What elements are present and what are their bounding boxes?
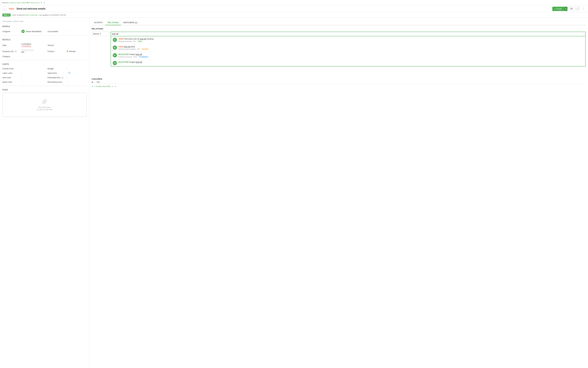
scroll-indicator	[583, 32, 585, 36]
description-placeholder[interactable]: Description: Click to edit...	[2, 20, 87, 22]
result-content: MILESTONE Project kick-off	[118, 61, 584, 63]
tab-activity[interactable]: ACTIVITY	[92, 20, 105, 25]
tab-watchers[interactable]: WATCHERS (1)	[121, 20, 140, 25]
result-avatar: BL	[113, 46, 117, 50]
overall-costs-label: Overall costs	[2, 67, 20, 70]
date-label: Date	[2, 44, 20, 46]
back-button[interactable]: ←	[2, 7, 7, 11]
status-badge: New	[137, 40, 143, 42]
unit-costs-label: Unit costs	[2, 76, 20, 79]
people-section-title: PEOPLE	[2, 25, 87, 28]
overall-costs-value[interactable]: -	[21, 67, 22, 70]
search-result-item[interactable]: BL MILESTONE Project kick-off Customer S…	[111, 52, 585, 59]
task-title: Send out welcome emails	[17, 8, 46, 10]
details-fields: Date 11/10/2021 - 11/10/2021 Version - P…	[2, 43, 87, 58]
files-section-title: FILES	[2, 89, 87, 91]
top-bar: Hierarchy: Switch to static website ▶ Pr…	[0, 0, 588, 5]
relation-type-label: Blocks	[93, 33, 99, 35]
result-content: MILESTONE Project kick-off Customer Succ…	[118, 53, 584, 58]
estimated-time-field: Estimated time ? -	[47, 76, 87, 79]
breadcrumb-static-link[interactable]: Switch to static website	[10, 2, 27, 4]
status-label: New	[4, 14, 8, 16]
paperclip-icon	[9, 99, 81, 105]
breadcrumb-close-icon[interactable]: ✕	[43, 1, 46, 4]
result-title: TASK Print hand outs for kick-off meetin…	[118, 38, 584, 40]
status-badge[interactable]: New ▾	[2, 14, 10, 17]
tab-relations[interactable]: RELATIONS	[105, 20, 121, 25]
expand-icon-button[interactable]	[576, 7, 580, 11]
assignee-name[interactable]: Simon Wunderlich	[26, 30, 41, 33]
result-content: TASK Print hand outs for kick-off meetin…	[118, 38, 584, 42]
budget-field: Budget -	[47, 67, 87, 70]
relation-search-input[interactable]	[111, 32, 582, 36]
progress-help-icon[interactable]: ?	[15, 50, 17, 53]
priority-required-star: *	[55, 50, 55, 53]
people-fields: Assignee SW Simon Wunderlich Accountable…	[2, 29, 87, 33]
spent-time-value[interactable]: -	[67, 72, 71, 74]
result-meta: Strategy workshop #67 New	[118, 40, 584, 42]
relation-type-select[interactable]: Blocks ▾	[92, 32, 110, 36]
result-meta: Website implementation #73 On hold	[118, 48, 584, 50]
tabs-bar: ACTIVITY RELATIONS WATCHERS (1)	[92, 20, 586, 25]
date-start: 11/10/2021	[21, 43, 31, 45]
estimated-time-value[interactable]: -	[67, 76, 67, 79]
progress-value[interactable]: 0%	[21, 49, 34, 53]
header: ← TASK Send out welcome emails + Create …	[0, 5, 588, 12]
estimated-help-icon[interactable]: ?	[61, 77, 63, 79]
svg-marker-5	[584, 35, 584, 35]
right-panel: ACTIVITY RELATIONS WATCHERS (1) RELATION…	[89, 18, 588, 368]
col-id-label: ID	[92, 81, 93, 83]
spent-units-field: Spent units -	[2, 81, 42, 83]
plus-icon: +	[92, 85, 93, 88]
children-table-header: ID ↑ TYP	[92, 81, 586, 84]
infinity-icon: ∞	[112, 85, 113, 88]
spent-time-clock-icon	[68, 72, 70, 74]
category-label: Category	[2, 55, 20, 57]
create-dropdown-button[interactable]: ▾	[564, 7, 568, 11]
search-result-item[interactable]: BL TASK Print hand outs for kick-off mee…	[111, 36, 585, 44]
progress-bar	[21, 49, 33, 51]
estimated-time-label: Estimated time ?	[47, 76, 65, 79]
expand-icon	[577, 8, 579, 10]
files-drop-zone[interactable]: Drop files here or click to add files	[2, 93, 87, 117]
result-avatar: HU	[113, 61, 117, 65]
date-value[interactable]: 11/10/2021 - 11/10/2021	[21, 43, 42, 47]
status-dropdown-icon: ▾	[8, 14, 9, 16]
spent-units-label: Spent units	[2, 81, 20, 83]
search-result-item[interactable]: BL TASK Kick-off party Website implement…	[111, 44, 585, 52]
breadcrumb-hierarchy-label: Hierarchy:	[2, 2, 9, 4]
status-badge: On hold	[141, 48, 149, 50]
date-end: 11/10/2021	[21, 45, 31, 47]
author-link[interactable]: Birthe Lindenthal	[25, 14, 38, 16]
version-value[interactable]: -	[67, 44, 67, 46]
unit-costs-value[interactable]: -	[21, 76, 22, 79]
accountable-value[interactable]: -	[67, 30, 67, 33]
result-title: TASK Kick-off party	[118, 46, 584, 48]
status-badge: In progress	[138, 56, 149, 58]
search-input-wrapper	[111, 32, 586, 36]
breadcrumb-edit-icon[interactable]: ✎	[40, 1, 43, 4]
remaining-hours-field: Remaining hours -	[47, 81, 87, 83]
search-result-item[interactable]: HU MILESTONE Project kick-off	[111, 59, 585, 66]
overall-costs-field: Overall costs -	[2, 67, 42, 70]
col-sort-icon[interactable]: ↑	[94, 81, 95, 83]
left-panel: Description: Click to edit... PEOPLE Ass…	[0, 18, 89, 368]
create-button-group: + Create ▾	[552, 7, 568, 11]
main-layout: Description: Click to edit... PEOPLE Ass…	[0, 18, 588, 368]
labor-costs-value[interactable]: -	[21, 72, 22, 74]
result-title: MILESTONE Project kick-off	[118, 53, 584, 55]
budget-value[interactable]: -	[67, 67, 67, 70]
create-new-child-button[interactable]: + + Create new child ∞ A	[92, 84, 586, 88]
assignee-label: Assignee	[2, 30, 20, 33]
preview-icon-button[interactable]	[569, 7, 574, 11]
remaining-hours-value[interactable]: -	[67, 81, 67, 83]
spent-units-value[interactable]: -	[21, 81, 22, 83]
create-main-button[interactable]: + Create	[552, 7, 564, 11]
category-value[interactable]: -	[21, 55, 22, 57]
costs-fields: Overall costs - Budget - Labor costs - S…	[2, 67, 87, 83]
accountable-label: Accountable	[47, 30, 65, 33]
priority-value[interactable]: Normal	[67, 50, 75, 53]
more-options-button[interactable]: ⋮	[582, 7, 586, 11]
priority-label: Priority *	[47, 50, 65, 53]
unit-costs-field: Unit costs -	[2, 76, 42, 79]
